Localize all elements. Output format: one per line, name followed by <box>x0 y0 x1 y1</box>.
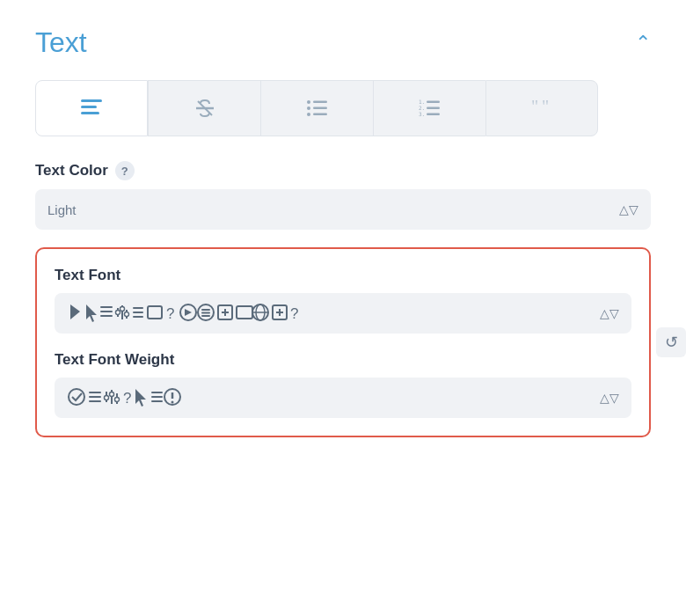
text-font-label-row: Text Font <box>55 267 631 284</box>
text-font-icon-preview: ? <box>67 300 480 327</box>
svg-rect-39 <box>201 312 210 313</box>
svg-rect-1 <box>81 106 97 108</box>
text-color-help-icon[interactable]: ? <box>115 161 135 180</box>
svg-point-29 <box>125 312 129 316</box>
svg-text:2.: 2. <box>419 105 425 111</box>
svg-rect-22 <box>100 311 113 312</box>
svg-rect-33 <box>148 306 162 319</box>
svg-rect-65 <box>151 396 163 398</box>
unordered-list-button[interactable] <box>260 80 373 136</box>
svg-rect-21 <box>100 306 113 308</box>
svg-rect-55 <box>89 400 101 402</box>
svg-rect-64 <box>151 392 163 393</box>
svg-rect-54 <box>89 396 101 398</box>
font-settings-highlight-box: ↺ Text Font <box>35 247 651 437</box>
svg-point-28 <box>120 306 125 311</box>
svg-rect-16 <box>427 114 440 116</box>
text-font-label: Text Font <box>55 267 120 284</box>
align-text-button[interactable] <box>35 80 148 136</box>
svg-point-5 <box>307 100 310 104</box>
text-color-value: Light <box>47 202 77 217</box>
text-color-label: Text Color <box>35 162 108 180</box>
text-font-section: Text Font <box>55 267 631 334</box>
blockquote-button[interactable]: " " <box>485 80 598 136</box>
svg-point-52 <box>69 389 84 405</box>
svg-marker-63 <box>135 389 146 407</box>
svg-point-60 <box>110 392 114 396</box>
section-header: Text ⌃ <box>35 26 651 59</box>
svg-rect-6 <box>313 101 327 104</box>
svg-rect-44 <box>237 306 252 319</box>
svg-point-69 <box>172 400 174 403</box>
svg-marker-20 <box>86 304 97 322</box>
svg-point-9 <box>307 113 310 116</box>
svg-point-27 <box>116 310 120 314</box>
reset-button[interactable]: ↺ <box>656 327 686 357</box>
svg-text:1.: 1. <box>419 99 425 105</box>
text-font-weight-select[interactable]: ? △▽ <box>55 378 631 418</box>
svg-point-7 <box>307 106 310 110</box>
svg-marker-36 <box>185 309 192 316</box>
text-font-weight-icon-preview: ? <box>67 385 260 412</box>
svg-point-59 <box>105 395 109 400</box>
svg-point-61 <box>115 397 120 401</box>
svg-rect-8 <box>313 107 327 110</box>
svg-rect-0 <box>81 99 102 102</box>
svg-text:?: ? <box>166 305 175 322</box>
collapse-chevron-icon[interactable]: ⌃ <box>635 32 651 55</box>
svg-rect-53 <box>89 392 101 393</box>
text-color-label-row: Text Color ? <box>35 161 651 180</box>
text-color-section: Text Color ? Light △▽ <box>35 161 651 230</box>
text-font-arrow-icon: △▽ <box>600 306 619 320</box>
text-font-weight-label-row: Text Font Weight <box>55 351 631 369</box>
text-color-arrow-icon: △▽ <box>619 202 639 216</box>
svg-rect-32 <box>133 316 143 318</box>
svg-text:?: ? <box>290 305 299 322</box>
svg-rect-31 <box>133 312 143 313</box>
svg-rect-12 <box>427 101 440 104</box>
svg-rect-14 <box>427 107 440 110</box>
text-format-toolbar: 1. 2. 3. " " <box>35 80 651 136</box>
svg-rect-2 <box>81 112 99 114</box>
svg-rect-30 <box>133 307 143 309</box>
page-title: Text <box>35 26 87 59</box>
text-font-weight-label: Text Font Weight <box>55 351 174 369</box>
text-font-weight-section: Text Font Weight <box>55 351 631 418</box>
text-font-weight-arrow-icon: △▽ <box>600 391 619 405</box>
text-color-select[interactable]: Light △▽ <box>35 189 651 230</box>
svg-text:?: ? <box>123 390 132 407</box>
strikethrough-button[interactable] <box>148 80 260 136</box>
svg-rect-38 <box>201 309 210 311</box>
svg-rect-40 <box>201 315 210 317</box>
svg-text:3.: 3. <box>419 111 425 117</box>
ordered-list-button[interactable]: 1. 2. 3. <box>373 80 485 136</box>
svg-text:": " <box>542 99 549 116</box>
svg-text:": " <box>531 99 538 116</box>
svg-rect-23 <box>100 315 113 317</box>
svg-marker-19 <box>70 304 80 319</box>
svg-rect-66 <box>151 400 163 402</box>
svg-rect-10 <box>313 114 327 116</box>
text-font-select[interactable]: ? <box>55 293 631 334</box>
